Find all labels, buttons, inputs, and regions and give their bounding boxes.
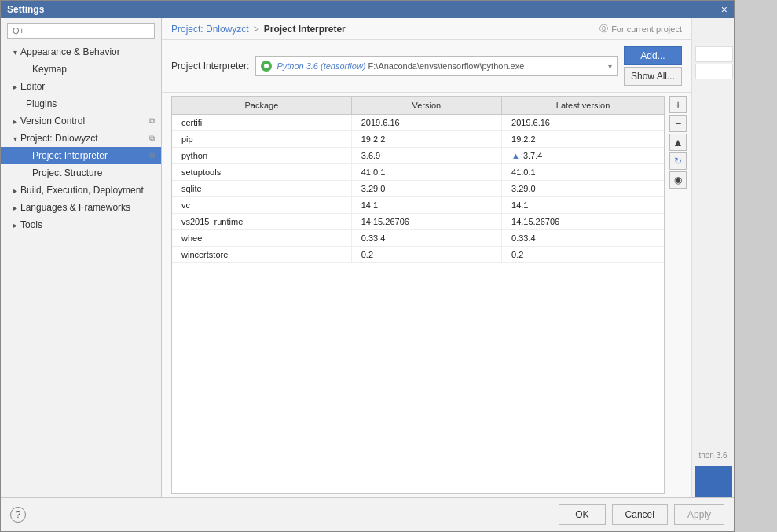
sidebar: ▾Appearance & BehaviorKeymap▸EditorPlugi… <box>1 18 162 497</box>
table-row[interactable]: certifi2019.6.162019.6.16 <box>172 115 664 131</box>
col-package: Package <box>172 97 351 115</box>
package-latest: 14.1 <box>502 197 664 214</box>
content-area: ▾Appearance & BehaviorKeymap▸EditorPlugi… <box>1 18 734 497</box>
ok-button[interactable]: OK <box>559 504 605 525</box>
package-name: vc <box>172 197 351 214</box>
table-header-row: Package Version Latest version <box>172 97 664 115</box>
arrow-icon: ▸ <box>13 186 17 195</box>
package-name: sqlite <box>172 181 351 197</box>
sidebar-item-appearance-behavior[interactable]: ▾Appearance & Behavior <box>1 43 161 61</box>
item-icon: ⧉ <box>149 151 155 160</box>
item-icon: ⧉ <box>149 134 155 143</box>
sidebar-item-label: Tools <box>20 219 42 230</box>
breadcrumb-arrow: > <box>254 24 259 35</box>
dropdown-arrow-icon: ▾ <box>608 62 612 71</box>
footer: ? OK Cancel Apply <box>1 497 734 531</box>
sidebar-item-version-control[interactable]: ▸Version Control⧉ <box>1 112 161 130</box>
package-version: 2019.6.16 <box>351 115 501 131</box>
package-latest: 14.15.26706 <box>502 214 664 230</box>
interpreter-row: Project Interpreter: Python 3.6 (tensorf… <box>162 40 691 93</box>
table-row[interactable]: setuptools41.0.141.0.1 <box>172 164 664 181</box>
sidebar-item-project-interpreter[interactable]: Project Interpreter⧉ <box>1 147 161 164</box>
rp-label: thon 3.6 <box>698 451 727 460</box>
package-latest: 0.33.4 <box>502 230 664 247</box>
package-latest: 0.2 <box>502 247 664 263</box>
table-row[interactable]: wheel0.33.40.33.4 <box>172 230 664 247</box>
col-latest: Latest version <box>502 97 664 115</box>
sidebar-item-label: Project Interpreter <box>32 150 108 161</box>
sidebar-item-editor[interactable]: ▸Editor <box>1 78 161 95</box>
breadcrumb-project[interactable]: Project: Dnlowyzct <box>171 24 249 35</box>
interpreter-select[interactable]: Python 3.6 (tensorflow) F:\Anaconda\envs… <box>255 56 618 76</box>
package-name: certifi <box>172 115 351 131</box>
package-version: 41.0.1 <box>351 164 501 181</box>
remove-package-button[interactable]: − <box>669 115 687 132</box>
package-version: 3.6.9 <box>351 148 501 164</box>
arrow-icon: ▾ <box>13 48 17 57</box>
arrow-icon: ▸ <box>13 117 17 126</box>
package-name: wincertstore <box>172 247 351 263</box>
action-buttons: Add... Show All... <box>624 46 682 86</box>
sidebar-item-languages-frameworks[interactable]: ▸Languages & Frameworks <box>1 199 161 216</box>
package-name: pip <box>172 131 351 148</box>
table-row[interactable]: python3.6.9▲3.7.4 <box>172 148 664 164</box>
package-latest: 2019.6.16 <box>502 115 664 131</box>
cancel-button[interactable]: Cancel <box>612 504 668 525</box>
side-tools: + − ▲ ↻ ◉ <box>665 93 691 497</box>
refresh-button[interactable]: ↻ <box>669 152 687 170</box>
interpreter-name: Python 3.6 (tensorflow) F:\Anaconda\envs… <box>277 61 603 71</box>
table-row[interactable]: pip19.2.219.2.2 <box>172 131 664 148</box>
sidebar-item-label: Build, Execution, Deployment <box>20 185 144 196</box>
package-name: python <box>172 148 351 164</box>
window-title: Settings <box>7 4 44 15</box>
breadcrumb: Project: Dnlowyzct > Project Interpreter… <box>162 18 691 40</box>
arrow-icon: ▸ <box>13 221 17 229</box>
apply-button[interactable]: Apply <box>674 504 724 525</box>
add-button[interactable]: Add... <box>624 46 682 65</box>
breadcrumb-hint-text: For current project <box>611 24 682 34</box>
sidebar-item-plugins[interactable]: Plugins <box>1 95 161 112</box>
table-row[interactable]: sqlite3.29.03.29.0 <box>172 181 664 197</box>
eye-button[interactable]: ◉ <box>669 171 687 189</box>
add-package-button[interactable]: + <box>669 96 687 113</box>
rp-blue-box <box>695 466 732 497</box>
interpreter-status-icon <box>261 61 272 72</box>
package-version: 19.2.2 <box>351 131 501 148</box>
arrow-icon: ▾ <box>13 134 17 143</box>
sidebar-item-label: Languages & Frameworks <box>20 202 130 213</box>
right-panel-inner <box>692 42 734 84</box>
help-button[interactable]: ? <box>10 507 26 523</box>
packages-table: Package Version Latest version certifi20… <box>172 97 664 263</box>
scroll-up-button[interactable]: ▲ <box>669 134 687 151</box>
info-icon: ⓪ <box>599 23 608 35</box>
package-latest: 19.2.2 <box>502 131 664 148</box>
titlebar: Settings × <box>1 1 734 18</box>
sidebar-item-tools[interactable]: ▸Tools <box>1 216 161 233</box>
item-icon: ⧉ <box>149 116 155 126</box>
sidebar-item-project-structure[interactable]: Project Structure <box>1 164 161 182</box>
packages-table-wrap: Package Version Latest version certifi20… <box>171 96 665 494</box>
table-row[interactable]: wincertstore0.20.2 <box>172 247 664 263</box>
sidebar-item-project-dnlowyzct[interactable]: ▾Project: Dnlowyzct⧉ <box>1 130 161 147</box>
arrow-icon: ▸ <box>13 83 17 91</box>
table-row[interactable]: vs2015_runtime14.15.2670614.15.26706 <box>172 214 664 230</box>
package-version: 3.29.0 <box>351 181 501 197</box>
sidebar-item-build-execution[interactable]: ▸Build, Execution, Deployment <box>1 182 161 199</box>
breadcrumb-hint: ⓪ For current project <box>599 23 682 35</box>
close-button[interactable]: × <box>721 3 728 16</box>
settings-window: Settings × ▾Appearance & BehaviorKeymap▸… <box>0 0 735 532</box>
show-all-button[interactable]: Show All... <box>624 67 682 86</box>
table-row[interactable]: vc14.114.1 <box>172 197 664 214</box>
sidebar-item-label: Appearance & Behavior <box>20 46 120 57</box>
breadcrumb-current: Project Interpreter <box>264 24 346 35</box>
search-box[interactable] <box>7 23 155 39</box>
package-latest: ▲3.7.4 <box>502 148 664 164</box>
package-latest: 41.0.1 <box>502 164 664 181</box>
rp-box-1 <box>695 46 733 62</box>
interpreter-name-text: Python 3.6 (tensorflow) <box>277 61 365 71</box>
sidebar-item-label: Project Structure <box>32 167 102 178</box>
sidebar-item-keymap[interactable]: Keymap <box>1 61 161 78</box>
sidebar-item-label: Plugins <box>26 98 57 109</box>
package-version: 14.1 <box>351 197 501 214</box>
search-input[interactable] <box>7 23 155 39</box>
